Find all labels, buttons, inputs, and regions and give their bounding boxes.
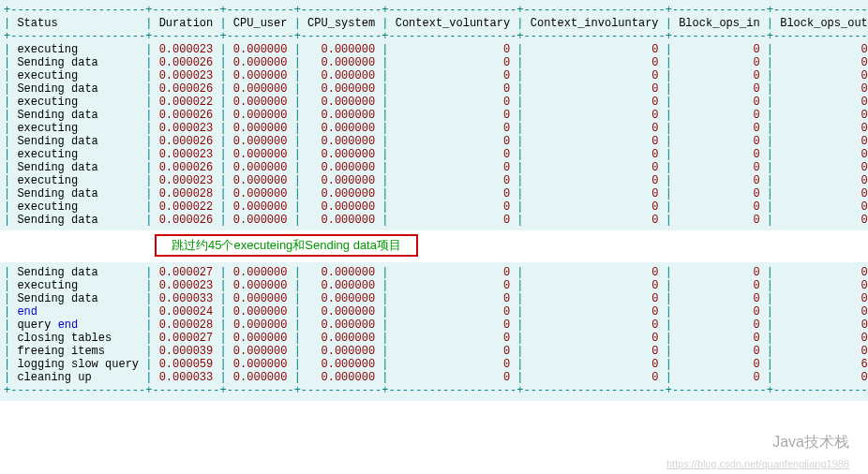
table-row: | Sending data | 0.000027 | 0.000000 | 0… <box>0 266 868 279</box>
table-row: | executing | 0.000022 | 0.000000 | 0.00… <box>0 96 868 109</box>
table-row: | cleaning up | 0.000033 | 0.000000 | 0.… <box>0 371 868 384</box>
table-row: | executing | 0.000023 | 0.000000 | 0.00… <box>0 43 868 56</box>
table-row: | query end | 0.000028 | 0.000000 | 0.00… <box>0 318 868 332</box>
separator-line: +--------------------+----------+-------… <box>0 384 868 397</box>
table-row: | end | 0.000024 | 0.000000 | 0.000000 |… <box>0 305 868 318</box>
table-row: | Sending data | 0.000026 | 0.000000 | 0… <box>0 82 868 96</box>
table-row: | executing | 0.000023 | 0.000000 | 0.00… <box>0 69 868 82</box>
skip-annotation: 跳过约45个executeing和Sending data项目 <box>155 234 418 257</box>
table-row: | Sending data | 0.000028 | 0.000000 | 0… <box>0 187 868 200</box>
table-row: | Sending data | 0.000026 | 0.000000 | 0… <box>0 56 868 69</box>
table-row: | executing | 0.000023 | 0.000000 | 0.00… <box>0 174 868 187</box>
table-row: | Sending data | 0.000033 | 0.000000 | 0… <box>0 292 868 305</box>
table-row: | logging slow query | 0.000059 | 0.0000… <box>0 358 868 371</box>
separator-line: +--------------------+----------+-------… <box>0 30 868 43</box>
table-row: | Sending data | 0.000026 | 0.000000 | 0… <box>0 161 868 174</box>
separator-line: +--------------------+----------+-------… <box>0 4 868 17</box>
table-row: | executing | 0.000023 | 0.000000 | 0.00… <box>0 279 868 292</box>
profile-output-top: +--------------------+----------+-------… <box>0 0 868 230</box>
annotation-gap: 跳过约45个executeing和Sending data项目 <box>0 230 868 262</box>
table-row: | closing tables | 0.000027 | 0.000000 |… <box>0 332 868 345</box>
profile-output-bottom: | Sending data | 0.000027 | 0.000000 | 0… <box>0 262 868 401</box>
table-row: | Sending data | 0.000026 | 0.000000 | 0… <box>0 135 868 148</box>
table-row: | Sending data | 0.000026 | 0.000000 | 0… <box>0 109 868 122</box>
table-row: | freeing items | 0.000039 | 0.000000 | … <box>0 345 868 358</box>
header-row: | Status | Duration | CPU_user | CPU_sys… <box>0 17 868 30</box>
table-row: | executing | 0.000022 | 0.000000 | 0.00… <box>0 200 868 214</box>
table-row: | Sending data | 0.000026 | 0.000000 | 0… <box>0 214 868 227</box>
table-row: | executing | 0.000023 | 0.000000 | 0.00… <box>0 122 868 135</box>
table-row: | executing | 0.000023 | 0.000000 | 0.00… <box>0 148 868 161</box>
